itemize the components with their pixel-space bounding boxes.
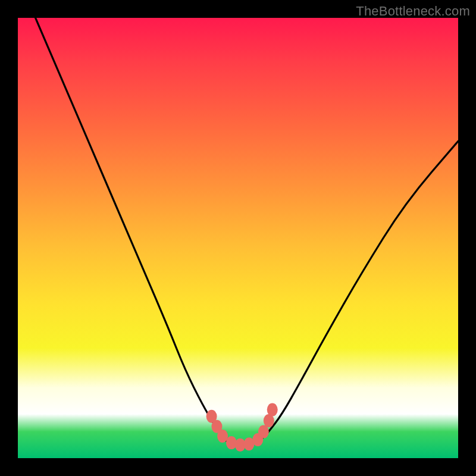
highlight-dot [267, 403, 278, 416]
highlight-dot [258, 425, 269, 439]
chart-frame: TheBottleneck.com [0, 0, 476, 476]
chart-svg [18, 18, 458, 458]
highlight-dots-group [206, 403, 278, 452]
watermark-text: TheBottleneck.com [356, 4, 470, 19]
chart-plot-area [18, 18, 458, 458]
highlight-dot [226, 436, 237, 449]
bottleneck-curve [36, 18, 458, 445]
